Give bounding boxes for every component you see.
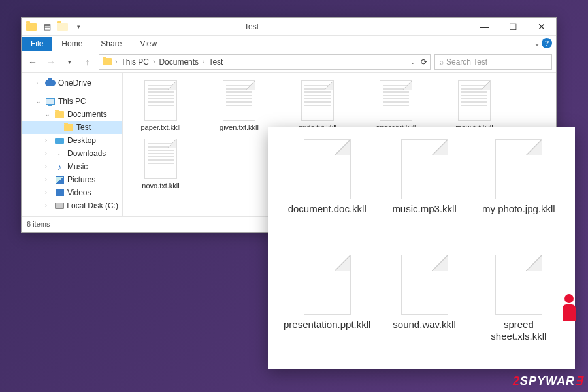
- sidebar-item-music[interactable]: › ♪ Music: [22, 160, 122, 173]
- navigation-bar: ← → ▾ ↑ › This PC › Documents › Test ⌄ ⟳…: [22, 52, 556, 73]
- item-count: 6 items: [27, 220, 50, 228]
- sidebar-label: Test: [76, 123, 91, 132]
- tab-share[interactable]: Share: [91, 37, 131, 51]
- monitor-icon: [45, 96, 56, 106]
- file-name: sound.wav.kkll: [393, 319, 455, 331]
- folder-icon: [102, 57, 112, 67]
- file-item[interactable]: given.txt.kkll: [208, 80, 270, 132]
- file-name: my photo.jpg.kkll: [482, 203, 555, 215]
- sidebar-label: OneDrive: [58, 78, 91, 88]
- breadcrumb-documents[interactable]: Documents: [157, 57, 200, 67]
- sidebar-item-test[interactable]: Test: [22, 121, 122, 134]
- search-icon: ⌕: [439, 57, 444, 67]
- sidebar-label: Documents: [67, 110, 107, 119]
- chevron-right-icon[interactable]: ›: [36, 80, 42, 86]
- overlay-panel: document.doc.kkll music.mp3.kkll my phot…: [268, 127, 575, 369]
- file-icon: [223, 80, 255, 121]
- help-icon[interactable]: ?: [542, 38, 552, 48]
- window-controls: — ☐ ✕: [470, 18, 556, 36]
- sidebar-item-onedrive[interactable]: › OneDrive: [22, 76, 122, 90]
- file-icon: [144, 80, 177, 121]
- sidebar-label: Local Disk (C:): [67, 201, 118, 210]
- file-icon: [301, 80, 334, 121]
- person-decoration: [559, 294, 579, 333]
- file-item[interactable]: paper.txt.kkll: [129, 80, 192, 132]
- file-item[interactable]: document.doc.kkll: [284, 139, 370, 242]
- tab-file[interactable]: File: [22, 37, 52, 51]
- recent-locations-icon[interactable]: ▾: [62, 55, 76, 69]
- sidebar-item-documents[interactable]: ⌄ Documents: [22, 108, 122, 121]
- chevron-right-icon[interactable]: ›: [45, 137, 52, 144]
- file-item[interactable]: novo.txt.kkll: [129, 139, 192, 190]
- chevron-right-icon[interactable]: ›: [45, 176, 52, 183]
- chevron-right-icon[interactable]: ›: [45, 163, 52, 170]
- dropdown-icon[interactable]: ⌄: [410, 59, 416, 65]
- window-title: Test: [33, 22, 470, 31]
- minimize-button[interactable]: —: [470, 18, 498, 36]
- sidebar-label: Videos: [67, 188, 91, 197]
- file-icon: [495, 255, 542, 315]
- search-input[interactable]: ⌕ Search Test: [434, 54, 552, 70]
- file-icon: [458, 80, 491, 121]
- music-icon: ♪: [54, 161, 65, 172]
- sidebar-item-pictures[interactable]: › Pictures: [22, 173, 122, 186]
- folder-icon: [63, 122, 74, 133]
- sidebar-label: Pictures: [67, 175, 95, 184]
- file-item[interactable]: sound.wav.kkll: [384, 255, 465, 357]
- file-item[interactable]: maui.txt.kkll: [443, 80, 506, 132]
- chevron-down-icon[interactable]: ⌄: [45, 111, 52, 118]
- back-button[interactable]: ←: [25, 55, 40, 69]
- address-bar[interactable]: › This PC › Documents › Test ⌄ ⟳: [99, 54, 431, 70]
- up-button[interactable]: ↑: [80, 55, 95, 69]
- disk-icon: [54, 201, 65, 211]
- file-name: music.mp3.kkll: [392, 203, 456, 215]
- sidebar-item-downloads[interactable]: › Downloads: [22, 147, 122, 160]
- file-icon: [401, 139, 448, 199]
- ribbon: File Home Share View ⌄ ?: [22, 36, 556, 52]
- maximize-button[interactable]: ☐: [498, 18, 527, 36]
- navigation-pane[interactable]: › OneDrive ⌄ This PC ⌄ Documents Test: [22, 73, 123, 216]
- picture-icon: [54, 174, 65, 185]
- sidebar-item-local-disk[interactable]: › Local Disk (C:): [22, 199, 122, 212]
- file-item[interactable]: spreed sheet.xls.kkll: [478, 255, 559, 357]
- chevron-right-icon[interactable]: ›: [45, 189, 52, 196]
- folder-icon: [54, 109, 65, 120]
- ribbon-expand-icon[interactable]: ⌄: [534, 39, 540, 48]
- sidebar-item-this-pc[interactable]: ⌄ This PC: [22, 95, 122, 108]
- file-name: presentation.ppt.kkll: [284, 319, 370, 331]
- chevron-right-icon[interactable]: ›: [45, 150, 52, 157]
- tab-home[interactable]: Home: [52, 37, 91, 51]
- refresh-icon[interactable]: ⟳: [421, 57, 427, 67]
- file-name: given.txt.kkll: [220, 123, 259, 132]
- file-icon: [144, 139, 177, 179]
- sidebar-label: This PC: [58, 97, 86, 106]
- breadcrumb-test[interactable]: Test: [207, 57, 224, 67]
- file-icon: [380, 80, 412, 121]
- file-icon: [304, 255, 351, 315]
- chevron-right-icon[interactable]: ›: [45, 203, 52, 209]
- forward-button[interactable]: →: [44, 55, 58, 69]
- breadcrumb-this-pc[interactable]: This PC: [120, 57, 150, 67]
- close-button[interactable]: ✕: [527, 18, 556, 36]
- file-item[interactable]: pride.txt.kkll: [286, 80, 349, 132]
- file-icon: [304, 139, 351, 199]
- chevron-down-icon[interactable]: ⌄: [36, 98, 42, 105]
- file-icon: [401, 255, 448, 315]
- sidebar-item-desktop[interactable]: › Desktop: [22, 134, 122, 147]
- file-name: document.doc.kkll: [288, 203, 367, 215]
- video-icon: [54, 188, 65, 198]
- file-item[interactable]: anger.txt.kkll: [365, 80, 427, 132]
- sidebar-item-videos[interactable]: › Videos: [22, 186, 122, 199]
- search-placeholder: Search Test: [446, 57, 487, 67]
- file-item[interactable]: music.mp3.kkll: [384, 139, 465, 242]
- file-name: paper.txt.kkll: [140, 123, 180, 132]
- sidebar-label: Desktop: [67, 136, 96, 145]
- cloud-icon: [45, 78, 56, 88]
- titlebar[interactable]: ▤ ▾ Test — ☐ ✕: [22, 18, 556, 36]
- desktop-icon: [54, 135, 65, 146]
- sidebar-label: Downloads: [67, 149, 106, 158]
- chevron-right-icon: ›: [153, 58, 155, 65]
- file-item[interactable]: presentation.ppt.kkll: [284, 255, 370, 357]
- tab-view[interactable]: View: [131, 37, 166, 51]
- file-item[interactable]: my photo.jpg.kkll: [478, 139, 559, 242]
